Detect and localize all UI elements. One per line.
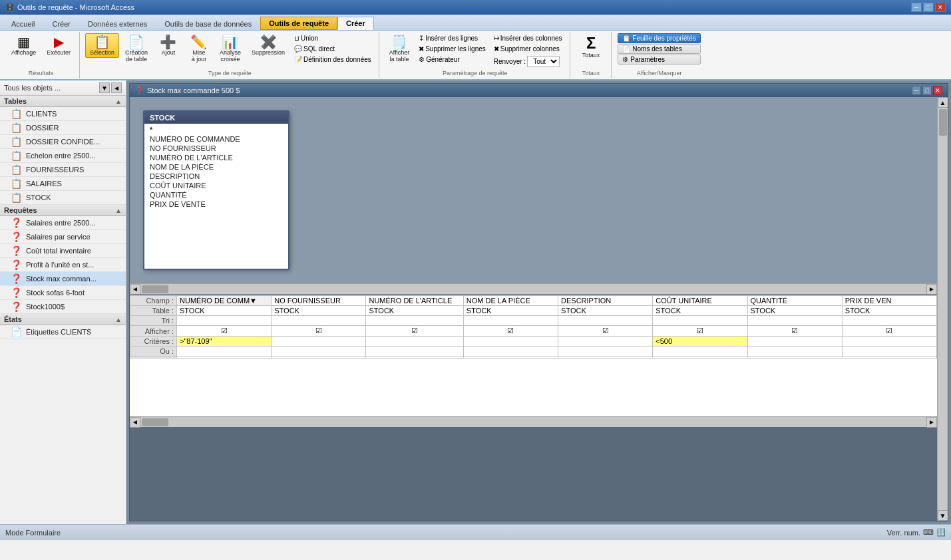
table-col4[interactable]: STOCK <box>463 306 558 316</box>
criteres-col1[interactable]: >"87-109" <box>177 337 272 347</box>
tri-col4[interactable] <box>463 316 558 326</box>
tri-col5[interactable] <box>558 316 653 326</box>
field-prix-vente[interactable]: PRIX DE VENTE <box>144 200 288 209</box>
executer-button[interactable]: ▶ Exécuter <box>42 33 75 58</box>
afficher-col8[interactable]: ☑ <box>842 326 936 337</box>
requetes-section-header[interactable]: Requêtes ▲ <box>0 205 126 216</box>
sidebar-item-dossier[interactable]: 📋 DOSSIER <box>0 121 126 135</box>
tri-col2[interactable] <box>272 316 366 326</box>
ou-col4[interactable] <box>463 347 558 356</box>
field-nom-piece[interactable]: NOM DE LA PIÈCE <box>144 162 288 172</box>
afficher-table-button[interactable]: 🗒️ Afficherla table <box>385 33 414 65</box>
vscroll-down-btn[interactable]: ▼ <box>938 510 948 521</box>
table-col8[interactable]: STOCK <box>842 306 936 316</box>
sidebar-item-salaires[interactable]: 📋 SALAIRES <box>0 177 126 191</box>
sidebar-item-stock-max[interactable]: ❓ Stock max comman... <box>0 272 126 286</box>
definition-donnees-button[interactable]: 📝 Définition des données <box>291 55 375 65</box>
analyse-croisee-button[interactable]: 📊 Analysecroisée <box>215 33 246 65</box>
ou-col6[interactable] <box>653 347 747 356</box>
field-star[interactable]: * <box>144 125 288 134</box>
champ-col7[interactable]: QUANTITÉ <box>747 296 842 306</box>
table-col7[interactable]: STOCK <box>747 306 842 316</box>
inserer-lignes-button[interactable]: ↧ Insérer des lignes <box>415 33 489 43</box>
empty-col1-1[interactable] <box>177 356 272 358</box>
restore-btn[interactable]: □ <box>923 3 934 12</box>
field-no-fournisseur[interactable]: NO FOURNISSEUR <box>144 144 288 153</box>
sidebar-collapse-btn[interactable]: ◄ <box>111 82 122 93</box>
ou-col3[interactable] <box>366 347 463 356</box>
afficher-col6[interactable]: ☑ <box>653 326 747 337</box>
affichage-button[interactable]: ▦ Affichage <box>7 33 41 58</box>
sidebar-item-stock[interactable]: 📋 STOCK <box>0 191 126 205</box>
criteres-col3[interactable] <box>366 337 463 347</box>
grid-hscroll-left[interactable]: ◄ <box>130 417 140 428</box>
hscroll-right-btn[interactable]: ► <box>926 284 937 295</box>
ou-col1[interactable] <box>177 347 272 356</box>
design-area-hscroll[interactable]: ◄ ► <box>130 283 937 294</box>
mise-a-jour-button[interactable]: ✏️ Miseà jour <box>184 33 214 65</box>
sidebar-item-stock1000[interactable]: ❓ Stock1000$ <box>0 300 126 314</box>
table-col5[interactable]: STOCK <box>558 306 653 316</box>
tab-outils-bd[interactable]: Outils de base de données <box>156 17 260 30</box>
inner-window-close[interactable]: ✕ <box>933 86 942 95</box>
criteres-col2[interactable] <box>272 337 366 347</box>
sql-direct-button[interactable]: 💬 SQL direct <box>291 44 375 54</box>
renvoyer-select[interactable]: Tout 5 25 100 <box>527 56 560 67</box>
sidebar-scroll[interactable]: Tables ▲ 📋 CLIENTS 📋 DOSSIER 📋 DOSSIER C… <box>0 96 126 524</box>
champ-col4[interactable]: NOM DE LA PIÈCE <box>463 296 558 306</box>
table-col6[interactable]: STOCK <box>653 306 747 316</box>
grid-hscroll-right[interactable]: ► <box>926 417 937 428</box>
tri-col8[interactable] <box>842 316 936 326</box>
close-btn[interactable]: ✕ <box>935 3 946 12</box>
minimize-btn[interactable]: ─ <box>911 3 922 12</box>
afficher-col3[interactable]: ☑ <box>366 326 463 337</box>
tri-col7[interactable] <box>747 316 842 326</box>
empty-col4-1[interactable] <box>463 356 558 358</box>
sidebar-item-clients[interactable]: 📋 CLIENTS <box>0 107 126 121</box>
champ-col8[interactable]: PRIX DE VEN <box>842 296 936 306</box>
empty-col2-1[interactable] <box>272 356 366 358</box>
inner-window-minimize[interactable]: ─ <box>912 86 921 95</box>
sidebar-item-salaires-2500[interactable]: ❓ Salaires entre 2500... <box>0 216 126 230</box>
tab-accueil[interactable]: Accueil <box>3 17 43 30</box>
sidebar-item-salaires-service[interactable]: ❓ Salaires par service <box>0 230 126 244</box>
ajout-button[interactable]: ➕ Ajout <box>154 33 183 58</box>
etats-section-header[interactable]: États ▲ <box>0 314 126 325</box>
inner-window-restore[interactable]: □ <box>922 86 932 95</box>
inserer-colonnes-button[interactable]: ↦ Insérer des colonnes <box>490 33 566 43</box>
empty-col5-1[interactable] <box>558 356 653 358</box>
tri-col3[interactable] <box>366 316 463 326</box>
field-description[interactable]: DESCRIPTION <box>144 172 288 181</box>
tri-col6[interactable] <box>653 316 747 326</box>
afficher-col1[interactable]: ☑ <box>177 326 272 337</box>
field-num-article[interactable]: NUMÉRO DE L'ARTICLE <box>144 153 288 162</box>
tables-section-header[interactable]: Tables ▲ <box>0 96 126 107</box>
vscroll-up-btn[interactable]: ▲ <box>938 97 948 108</box>
sidebar-item-etiquettes-clients[interactable]: 📄 Étiquettes CLIENTS <box>0 325 126 339</box>
suppression-button[interactable]: ✖️ Suppression <box>247 33 289 58</box>
afficher-col4[interactable]: ☑ <box>463 326 558 337</box>
table-col1[interactable]: STOCK <box>177 306 272 316</box>
champ-col2[interactable]: NO FOURNISSEUR <box>272 296 366 306</box>
afficher-col7[interactable]: ☑ <box>747 326 842 337</box>
criteres-col7[interactable] <box>747 337 842 347</box>
tab-creer[interactable]: Créer <box>43 17 79 30</box>
criteres-col5[interactable] <box>558 337 653 347</box>
afficher-col5[interactable]: ☑ <box>558 326 653 337</box>
sidebar-expand-btn[interactable]: ▼ <box>99 82 110 93</box>
afficher-col2[interactable]: ☑ <box>272 326 366 337</box>
criteres-col6[interactable]: <500 <box>653 337 747 347</box>
supprimer-colonnes-button[interactable]: ✖ Supprimer colonnes <box>490 44 566 54</box>
field-quantite[interactable]: QUANTITÉ <box>144 190 288 200</box>
content-vscroll[interactable]: ▲ ▼ <box>937 97 948 521</box>
parametres-button[interactable]: ⚙ Paramètres <box>618 55 701 65</box>
champ-col6[interactable]: COÛT UNITAIRE <box>653 296 747 306</box>
hscroll-left-btn[interactable]: ◄ <box>130 284 140 295</box>
field-cout-unitaire[interactable]: COÛT UNITAIRE <box>144 181 288 190</box>
tab-donnees[interactable]: Données externes <box>79 17 156 30</box>
supprimer-lignes-button[interactable]: ✖ Supprimer les lignes <box>415 44 489 54</box>
tab-creer2[interactable]: Créer <box>337 17 374 30</box>
grid-hscroll[interactable]: ◄ ► <box>130 416 937 427</box>
noms-tables-button[interactable]: 📄 Noms des tables <box>618 44 701 54</box>
table-col3[interactable]: STOCK <box>366 306 463 316</box>
